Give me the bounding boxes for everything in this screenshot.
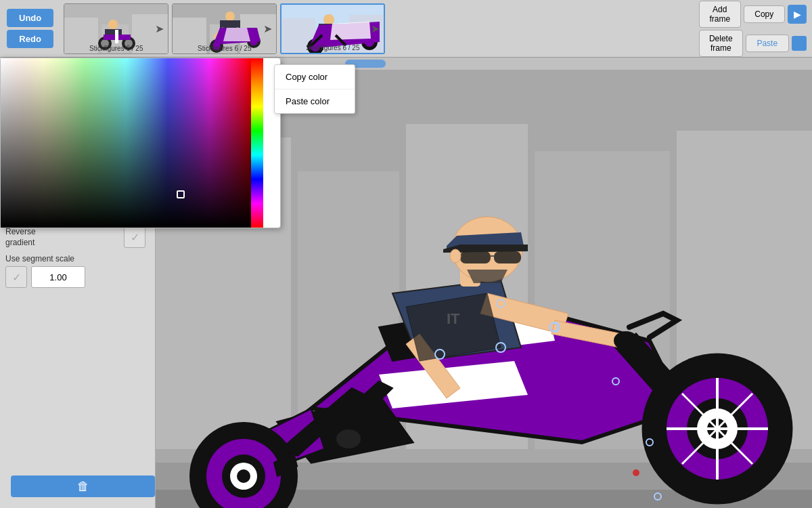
frame-3-nav-arrow[interactable]: ➤	[368, 21, 382, 37]
context-menu: Copy color Paste color	[274, 64, 355, 114]
svg-point-5	[108, 20, 118, 29]
color-hue-bar[interactable]	[251, 58, 263, 228]
svg-point-80	[237, 469, 250, 483]
svg-point-31	[323, 14, 334, 25]
color-gradient-area[interactable]	[1, 58, 251, 228]
reverse-gradient-check-button[interactable]: ✓	[124, 226, 145, 248]
svg-point-81	[336, 429, 361, 448]
svg-point-96	[633, 469, 639, 476]
color-picker-popup	[0, 58, 281, 228]
paste-color-item[interactable]: Paste color	[275, 89, 355, 113]
undo-button[interactable]: Undo	[7, 9, 53, 27]
svg-point-83	[614, 331, 638, 350]
frame-2-nav-arrow[interactable]: ➤	[261, 21, 275, 37]
frame-2-label: Stickfigures 6 / 25	[198, 45, 251, 52]
add-frame-copy-row: Add frame Copy ▶	[699, 1, 807, 28]
delete-frame-button[interactable]: Delete frame	[699, 30, 743, 57]
top-bar: Undo Redo Stickfigure	[0, 0, 812, 58]
frame-3[interactable]: Stickfigures 6 / 25 ➤	[280, 3, 385, 54]
delete-frame-paste-row: Delete frame Paste	[699, 30, 807, 57]
svg-point-89	[450, 249, 461, 263]
svg-rect-12	[115, 30, 118, 43]
undo-redo-group: Undo Redo	[0, 3, 60, 54]
svg-point-17	[225, 12, 235, 21]
paste-button[interactable]: Paste	[746, 35, 790, 52]
reverse-gradient-label-1: Reverse	[5, 227, 120, 236]
frame-1-nav-arrow[interactable]: ➤	[152, 21, 166, 37]
svg-rect-86	[460, 251, 491, 263]
scale-row: ✓	[5, 266, 150, 288]
add-frame-button[interactable]: Add frame	[699, 1, 741, 28]
frames-area: Stickfigures 6 / 25 ➤	[60, 0, 694, 57]
trash-button[interactable]: 🗑	[11, 475, 155, 497]
copy-color-item[interactable]: Copy color	[275, 65, 355, 89]
copy-button[interactable]: Copy	[744, 5, 786, 23]
scale-input[interactable]	[31, 266, 85, 288]
reverse-gradient-row: Reverse gradient ✓	[5, 226, 150, 249]
blue-square-indicator	[792, 36, 807, 51]
scale-section: Use segment scale ✓	[5, 254, 150, 288]
reverse-gradient-label-2: gradient	[5, 238, 120, 247]
svg-marker-26	[223, 28, 250, 41]
frame-3-label: Stickfigures 6 / 25	[306, 44, 359, 51]
svg-rect-87	[494, 251, 521, 263]
frame-1[interactable]: Stickfigures 6 / 25 ➤	[64, 3, 168, 54]
scale-check-button[interactable]: ✓	[5, 266, 27, 288]
use-scale-label: Use segment scale	[5, 254, 150, 263]
frame-2[interactable]: Stickfigures 6 / 25 ➤	[172, 3, 277, 54]
right-panel: Add frame Copy ▶ Delete frame Paste	[694, 0, 812, 60]
svg-point-95	[654, 493, 661, 500]
play-button[interactable]: ▶	[788, 5, 807, 24]
redo-button[interactable]: Redo	[7, 30, 53, 48]
frame-1-label: Stickfigures 6 / 25	[89, 45, 143, 52]
